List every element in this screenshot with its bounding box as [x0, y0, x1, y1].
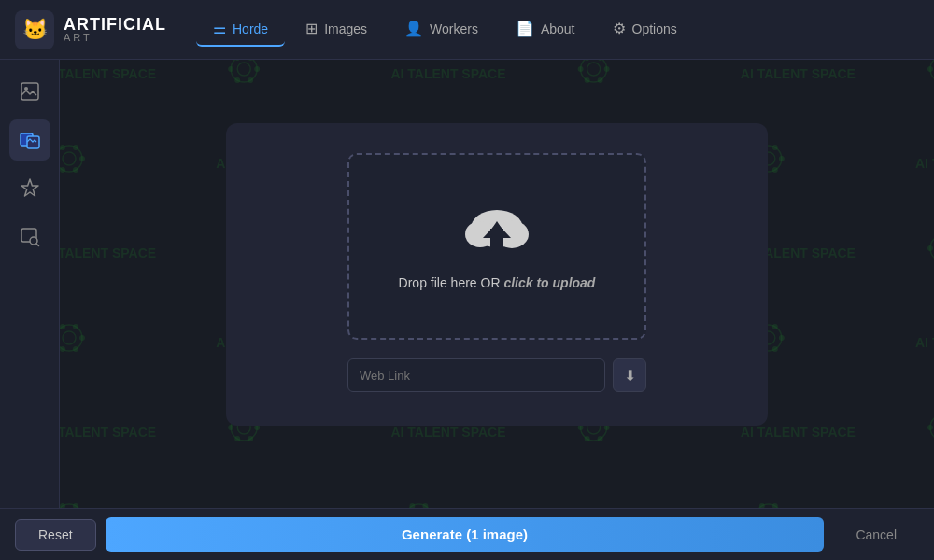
- cancel-button[interactable]: Cancel: [833, 520, 919, 550]
- drop-text-link: click to upload: [503, 275, 595, 290]
- tab-workers[interactable]: 👤 Workers: [388, 12, 495, 47]
- workers-icon: 👤: [404, 20, 423, 37]
- upload-cloud-icon: [460, 203, 534, 262]
- tab-images-label: Images: [324, 21, 367, 36]
- navbar: 🐱 ARTIFICIAL ART ⚌ Horde ⊞ Images 👤 Work…: [0, 0, 934, 60]
- about-icon: 📄: [516, 20, 534, 37]
- drop-text-plain: Drop file here OR: [399, 275, 504, 290]
- drop-zone-text: Drop file here OR click to upload: [399, 275, 596, 290]
- images-icon: ⊞: [305, 20, 318, 37]
- nav-tabs: ⚌ Horde ⊞ Images 👤 Workers 📄 About ⚙ Opt…: [196, 12, 919, 47]
- sidebar: [0, 60, 60, 508]
- svg-rect-3: [27, 136, 39, 148]
- sidebar-btn-enhance[interactable]: [9, 168, 50, 209]
- upload-card: Drop file here OR click to upload ⬇: [226, 123, 768, 426]
- sidebar-btn-img2img[interactable]: [9, 119, 50, 161]
- reset-button[interactable]: Reset: [15, 519, 96, 551]
- logo-area: 🐱 ARTIFICIAL ART: [15, 10, 166, 49]
- generate-button[interactable]: Generate (1 image): [106, 517, 825, 552]
- web-link-download-btn[interactable]: ⬇: [613, 358, 646, 392]
- tab-horde-label: Horde: [233, 21, 268, 36]
- tab-horde[interactable]: ⚌ Horde: [196, 12, 285, 47]
- app-subtitle: ART: [64, 33, 166, 43]
- tab-options-label: Options: [632, 21, 677, 36]
- sidebar-btn-generate[interactable]: [9, 71, 50, 112]
- web-link-row: ⬇: [347, 358, 646, 392]
- options-icon: ⚙: [613, 20, 626, 37]
- svg-rect-12: [491, 236, 502, 251]
- drop-zone[interactable]: Drop file here OR click to upload: [347, 153, 646, 340]
- logo-text: ARTIFICIAL ART: [64, 16, 166, 43]
- tab-about-label: About: [541, 21, 575, 36]
- main-layout: Drop file here OR click to upload ⬇: [0, 60, 934, 508]
- tab-images[interactable]: ⊞ Images: [289, 12, 384, 47]
- web-link-input[interactable]: [347, 358, 605, 392]
- bottom-bar: Reset Generate (1 image) Cancel: [0, 508, 934, 560]
- horde-icon: ⚌: [213, 20, 226, 37]
- svg-rect-0: [21, 83, 38, 100]
- tab-workers-label: Workers: [430, 21, 478, 36]
- sidebar-btn-search-img[interactable]: [9, 217, 50, 258]
- svg-point-1: [24, 87, 28, 91]
- app-title: ARTIFICIAL: [64, 16, 166, 33]
- content-area: Drop file here OR click to upload ⬇: [60, 60, 934, 508]
- logo-icon: 🐱: [15, 10, 54, 49]
- tab-options[interactable]: ⚙ Options: [596, 12, 694, 47]
- tab-about[interactable]: 📄 About: [499, 12, 592, 47]
